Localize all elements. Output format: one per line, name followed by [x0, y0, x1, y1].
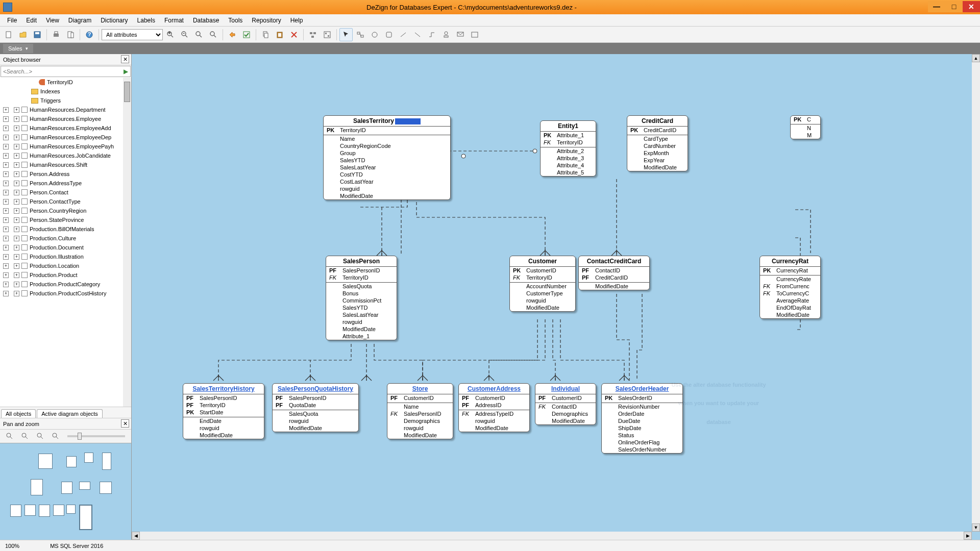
tree-row[interactable]: TerritoryID: [0, 78, 131, 87]
pz-fit-icon[interactable]: [34, 430, 47, 443]
display-combo[interactable]: All attributes: [102, 29, 163, 40]
entity-entity1[interactable]: Entity1PKAttribute_1FKTerritoryIDAttribu…: [540, 120, 596, 177]
stamp-tool[interactable]: [439, 28, 453, 41]
tree-row[interactable]: ++Production.ProductCostHistory: [0, 289, 131, 298]
entity-sth[interactable]: SalesTerritoryHistoryPFSalesPersonIDPFTe…: [183, 383, 264, 439]
tree-row[interactable]: ++Production.Product: [0, 270, 131, 280]
expander-icon[interactable]: +: [3, 153, 9, 159]
note-tool[interactable]: [454, 28, 467, 41]
expander-icon[interactable]: +: [14, 181, 19, 186]
tree-row[interactable]: ++HumanResources.JobCandidate: [0, 151, 131, 160]
tree-row[interactable]: ++Production.Illustration: [0, 252, 131, 261]
zoom-slider[interactable]: [67, 435, 125, 437]
tree-row[interactable]: ++Production.ProductCategory: [0, 280, 131, 289]
diagram-canvas[interactable]: SalesTerritoryPKTerritoryIDNameCountryRe…: [132, 54, 972, 532]
expander-icon[interactable]: +: [14, 107, 19, 113]
menu-format[interactable]: Format: [160, 15, 188, 26]
expander-icon[interactable]: +: [14, 162, 19, 168]
check-button[interactable]: [240, 28, 253, 41]
expander-icon[interactable]: +: [3, 126, 9, 131]
tree-row[interactable]: ++Person.CountryRegion: [0, 206, 131, 215]
report-button[interactable]: [64, 28, 77, 41]
tree-row[interactable]: Indexes: [0, 87, 131, 96]
object-browser-search[interactable]: ▶: [1, 66, 131, 77]
entity-currency_rate[interactable]: CurrencyRatPKCurrencyRatCurrencyRateFKFr…: [760, 256, 821, 319]
delete-button[interactable]: [287, 28, 301, 41]
open-button[interactable]: [16, 28, 30, 41]
expander-icon[interactable]: +: [3, 199, 9, 205]
expander-icon[interactable]: +: [14, 217, 19, 223]
tab-sales[interactable]: Sales ▾: [3, 44, 33, 53]
layout-button[interactable]: [321, 28, 334, 41]
menu-repository[interactable]: Repository: [248, 15, 285, 26]
tree-row[interactable]: ++HumanResources.EmployeeAdd: [0, 123, 131, 133]
object-tree[interactable]: TerritoryIDIndexesTriggers++HumanResourc…: [0, 78, 131, 407]
expander-icon[interactable]: +: [3, 181, 9, 186]
expander-icon[interactable]: +: [14, 263, 19, 269]
expander-icon[interactable]: +: [14, 190, 19, 195]
expander-icon[interactable]: +: [14, 199, 19, 205]
tree-row[interactable]: ++Production.Location: [0, 261, 131, 270]
tree-row[interactable]: ++HumanResources.EmployeePayh: [0, 142, 131, 151]
expander-icon[interactable]: +: [3, 282, 9, 287]
expander-icon[interactable]: +: [3, 107, 9, 113]
canvas-vscroll[interactable]: ▲▼: [972, 54, 980, 532]
entity-individual[interactable]: IndividualPFCustomerIDFKContactIDDemogra…: [535, 383, 596, 425]
expander-icon[interactable]: +: [14, 126, 19, 131]
expander-icon[interactable]: +: [14, 282, 19, 287]
menu-help[interactable]: Help: [286, 15, 307, 26]
expander-icon[interactable]: +: [3, 190, 9, 195]
image-tool[interactable]: [468, 28, 481, 41]
save-button[interactable]: [31, 28, 44, 41]
menu-tools[interactable]: Tools: [224, 15, 247, 26]
expander-icon[interactable]: +: [14, 153, 19, 159]
expander-icon[interactable]: +: [14, 272, 19, 278]
tree-row[interactable]: ++HumanResources.EmployeeDep: [0, 133, 131, 142]
line1-tool[interactable]: [397, 28, 410, 41]
expander-icon[interactable]: +: [14, 236, 19, 241]
tree-row[interactable]: ++HumanResources.Department: [0, 105, 131, 114]
expander-icon[interactable]: +: [3, 236, 9, 241]
paste-button[interactable]: [273, 28, 286, 41]
expander-icon[interactable]: +: [3, 227, 9, 232]
pz-zoomout-icon[interactable]: [18, 430, 32, 443]
expander-icon[interactable]: +: [14, 116, 19, 122]
zoom-out-button[interactable]: -: [178, 28, 191, 41]
entity-customer[interactable]: CustomerPKCustomerIDFKTerritoryIDAccount…: [509, 256, 576, 312]
new-button[interactable]: [2, 28, 15, 41]
zoom-slider-handle[interactable]: [78, 433, 82, 440]
generate-button[interactable]: [226, 28, 239, 41]
expander-icon[interactable]: +: [3, 208, 9, 214]
menu-diagram[interactable]: Diagram: [64, 15, 95, 26]
tree-row[interactable]: ++HumanResources.Shift: [0, 160, 131, 169]
line3-tool[interactable]: [425, 28, 438, 41]
tree-row[interactable]: ++Production.BillOfMaterials: [0, 224, 131, 234]
pz-zoomin-icon[interactable]: [3, 430, 16, 443]
tree-row[interactable]: ++Person.Address: [0, 169, 131, 179]
help-button[interactable]: ?: [83, 28, 96, 41]
search-input[interactable]: [1, 68, 121, 74]
expander-icon[interactable]: +: [14, 291, 19, 296]
expander-icon[interactable]: +: [3, 272, 9, 278]
expander-icon[interactable]: +: [3, 291, 9, 296]
pan-zoom-close[interactable]: ✕: [121, 419, 129, 428]
expander-icon[interactable]: +: [3, 135, 9, 140]
menu-edit[interactable]: Edit: [22, 15, 41, 26]
tree-row[interactable]: ++Person.AddressType: [0, 179, 131, 188]
tree-row[interactable]: ++Person.StateProvince: [0, 215, 131, 224]
expander-icon[interactable]: +: [3, 254, 9, 260]
canvas-hscroll[interactable]: ◀▶: [132, 532, 972, 540]
pan-zoom-minimap[interactable]: [0, 443, 131, 540]
expander-icon[interactable]: +: [3, 171, 9, 177]
align-button[interactable]: [306, 28, 320, 41]
zoom-in-button[interactable]: +: [164, 28, 177, 41]
menu-dictionary[interactable]: Dictionary: [96, 15, 132, 26]
zoom-100-button[interactable]: [207, 28, 220, 41]
tree-row[interactable]: ++Production.Document: [0, 243, 131, 252]
entity-tool[interactable]: [354, 28, 367, 41]
entity-credit_card[interactable]: CreditCardPKCreditCardIDCardTypeCardNumb…: [627, 115, 688, 171]
tree-row[interactable]: ++Production.Culture: [0, 234, 131, 243]
maximize-button[interactable]: □: [945, 1, 963, 12]
entity-store[interactable]: StorePFCustomerIDNameFKSalesPersonIDDemo…: [387, 383, 453, 439]
zoom-fit-button[interactable]: [192, 28, 206, 41]
